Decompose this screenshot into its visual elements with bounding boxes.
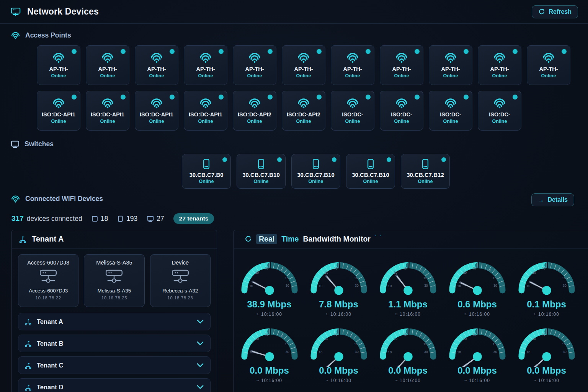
tenant-accordion[interactable]: Tenant C <box>18 356 211 374</box>
svg-text:10: 10 <box>394 337 397 341</box>
ap-card[interactable]: AP-TH- Online <box>527 45 570 85</box>
ap-card[interactable]: AP-TH- Online <box>86 45 129 85</box>
tenant-panel: Tenant A Access-6007DJ3 Access-6007DJ3 1… <box>11 230 217 392</box>
svg-text:50: 50 <box>418 268 421 272</box>
device-card[interactable]: Access-6007DJ3 Access-6007DJ3 10.18.78.2… <box>18 254 78 307</box>
ap-status: Online <box>296 119 311 124</box>
ap-card[interactable]: ISO:DC- Online <box>429 91 472 131</box>
server-node-icon <box>103 269 125 285</box>
ap-name: AP-TH- <box>196 66 215 72</box>
svg-text:15: 15 <box>562 342 566 346</box>
switch-card[interactable]: 30.CB.C7.B10 Online <box>346 154 395 189</box>
svg-text:10: 10 <box>255 271 259 275</box>
details-button[interactable]: → Details <box>531 193 574 206</box>
ap-card[interactable]: AP-TH- Online <box>233 45 276 85</box>
tenant-accordion[interactable]: Tenant A <box>18 313 211 330</box>
switch-icon <box>310 158 321 170</box>
svg-text:50: 50 <box>279 268 283 272</box>
svg-text:30: 30 <box>493 350 497 354</box>
status-dot-icon <box>366 49 371 54</box>
ap-name: ISO:DC- <box>342 111 363 118</box>
switch-card[interactable]: 30.CB.C7.B0 Online <box>182 154 231 189</box>
ap-card[interactable]: ISO:DC-API2 Online <box>282 91 325 131</box>
ap-card[interactable]: ISO:DC- Online <box>331 91 374 131</box>
ap-name: ISO:DC-API2 <box>238 111 271 118</box>
bandwidth-gauge: 101040501530 0.0 Mbps ≈ 10:16:00 <box>304 319 373 383</box>
svg-text:10: 10 <box>532 271 536 275</box>
top-header: Network Devices Refresh <box>0 0 588 24</box>
gauge-value: 0.0 Mbps <box>319 365 358 376</box>
ap-card[interactable]: ISO:DC-API2 Online <box>233 91 276 131</box>
ap-status: Online <box>443 73 458 78</box>
gauge-dial: 101040501530 <box>443 319 511 367</box>
status-dot-icon <box>277 157 282 162</box>
switch-card[interactable]: 30.CB.C7.B10 Online <box>237 154 286 189</box>
refresh-button[interactable]: Refresh <box>532 5 578 18</box>
ap-name: AP-TH- <box>147 66 166 72</box>
svg-text:15: 15 <box>562 276 566 280</box>
ap-card[interactable]: ISO:DC- Online <box>478 91 521 131</box>
ap-card[interactable]: AP-TH- Online <box>429 45 472 85</box>
tenant-accordion[interactable]: Tenant B <box>18 335 211 352</box>
bandwidth-header: Real Time Bandwidth Monitor ° ° <box>234 230 588 248</box>
refresh-icon[interactable] <box>245 235 252 243</box>
svg-text:15: 15 <box>285 276 289 280</box>
ap-card[interactable]: ISO:DC-API1 Online <box>184 91 227 131</box>
ap-card[interactable]: AP-TH- Online <box>478 45 521 85</box>
tenant-name: Tenant D <box>37 384 63 391</box>
ap-card[interactable]: AP-TH- Online <box>331 45 374 85</box>
status-dot-icon <box>317 49 322 54</box>
chevron-down-icon <box>196 341 204 346</box>
gauge-value: 0.0 Mbps <box>527 365 566 376</box>
status-dot-icon <box>268 95 273 100</box>
ap-name: AP-TH- <box>441 66 460 72</box>
svg-text:30: 30 <box>424 284 428 287</box>
ap-card[interactable]: AP-TH- Online <box>282 45 325 85</box>
switches-section-label: Switches <box>11 140 54 148</box>
ap-card[interactable]: AP-TH- Online <box>184 45 227 85</box>
device-name: Access-6007DJ3 <box>29 288 68 294</box>
ap-card[interactable]: AP-TH- Online <box>380 45 423 85</box>
switch-status: Online <box>309 179 323 184</box>
ap-name: ISO:DC-API1 <box>91 111 124 118</box>
wifi-icon <box>444 52 457 63</box>
tenant-icon <box>24 362 32 369</box>
ap-card[interactable]: AP-TH- Online <box>135 45 178 85</box>
device-card[interactable]: Melissa-S-A35 Melissa-S-A35 10.16.78.25 <box>84 254 144 307</box>
wifi-icon <box>101 98 114 109</box>
svg-text:40: 40 <box>264 266 268 270</box>
switch-icon <box>256 158 266 170</box>
bandwidth-title: Bandwidth Monitor <box>303 235 371 243</box>
status-dot-icon <box>219 49 224 54</box>
switch-card[interactable]: 30.CB.C7.B12 Online <box>401 154 450 189</box>
ap-card[interactable]: ISO:DC-API1 Online <box>135 91 178 131</box>
svg-text:15: 15 <box>423 342 427 346</box>
svg-text:50: 50 <box>556 334 560 338</box>
ap-name: ISO:DC-API2 <box>287 111 320 118</box>
tenants-badge[interactable]: 27 tenants <box>173 213 214 224</box>
gauge-timestamp: ≈ 10:16:00 <box>256 312 282 317</box>
ap-status: Online <box>51 73 66 78</box>
ap-card[interactable]: ISO:DC-API1 Online <box>86 91 129 131</box>
device-name: Melissa-S-A35 <box>98 288 131 294</box>
svg-text:40: 40 <box>541 266 545 270</box>
switch-card[interactable]: 30.CB.C7.B10 Online <box>291 154 340 189</box>
decorative-dots: ° ° <box>375 234 382 238</box>
gauge-value: 0.6 Mbps <box>457 299 497 310</box>
svg-text:30: 30 <box>562 284 566 287</box>
svg-text:50: 50 <box>487 268 491 272</box>
bandwidth-gauge: 101040501530 7.8 Mbps ≈ 10:16:00 <box>304 253 373 317</box>
wifi-icon <box>199 98 212 109</box>
status-dot-icon <box>170 49 175 54</box>
wifi-icon <box>297 98 310 109</box>
device-count: 18 <box>91 215 108 223</box>
ap-card[interactable]: ISO:DC-API1 Online <box>37 91 80 131</box>
gauge-dial: 101040501530 <box>374 253 442 301</box>
gauge-timestamp: ≈ 10:16:00 <box>464 378 490 383</box>
device-card[interactable]: Device Rebecca-s-A32 10.18.78.23 <box>150 254 211 307</box>
access-points-section-label: Access Points <box>11 31 71 39</box>
ap-card[interactable]: ISO:DC- Online <box>380 91 423 131</box>
gauge-dial: 101040501530 <box>513 319 581 367</box>
tenant-accordion[interactable]: Tenant D <box>18 378 211 392</box>
ap-card[interactable]: AP-TH- Online <box>37 45 80 85</box>
